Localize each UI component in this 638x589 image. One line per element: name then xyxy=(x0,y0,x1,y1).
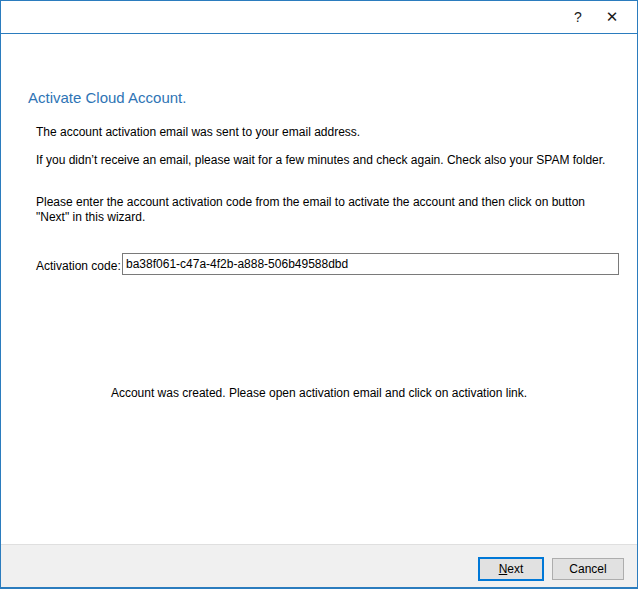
instruction-enter-code: Please enter the account activation code… xyxy=(36,195,616,225)
activation-code-input[interactable] xyxy=(122,253,619,275)
instruction-check-spam: If you didn’t receive an email, please w… xyxy=(36,153,605,168)
activation-code-label: Activation code: xyxy=(36,259,121,273)
titlebar: ? ✕ xyxy=(1,1,637,34)
next-button-label: Next xyxy=(499,562,524,576)
close-icon[interactable]: ✕ xyxy=(595,3,629,31)
page-title: Activate Cloud Account. xyxy=(28,89,186,106)
cancel-button[interactable]: Cancel xyxy=(552,558,624,580)
next-button[interactable]: Next xyxy=(478,557,544,581)
activate-cloud-account-dialog: ? ✕ Activate Cloud Account. The account … xyxy=(0,0,638,589)
instruction-email-sent: The account activation email was sent to… xyxy=(36,125,360,140)
help-icon[interactable]: ? xyxy=(561,3,595,31)
status-message: Account was created. Please open activat… xyxy=(1,386,637,400)
footer: Next Cancel xyxy=(1,544,637,587)
